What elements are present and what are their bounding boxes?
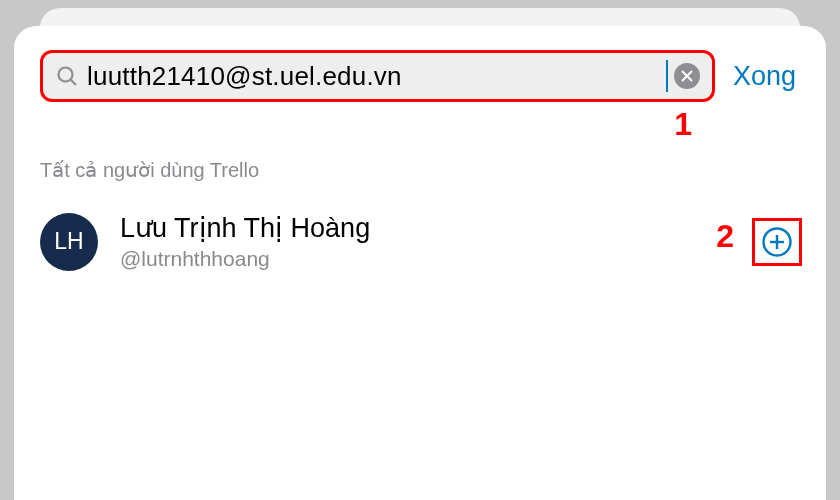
- text-cursor: [666, 60, 668, 92]
- done-button[interactable]: Xong: [733, 61, 800, 92]
- search-input[interactable]: [79, 61, 674, 92]
- user-info: Lưu Trịnh Thị Hoàng @lutrnhthhoang: [120, 212, 752, 271]
- annotation-marker-1: 1: [674, 106, 692, 143]
- close-icon: [681, 70, 693, 82]
- user-handle: @lutrnhthhoang: [120, 247, 752, 271]
- clear-search-button[interactable]: [674, 63, 700, 89]
- user-name: Lưu Trịnh Thị Hoàng: [120, 212, 752, 244]
- avatar: LH: [40, 213, 98, 271]
- add-button-highlight: [752, 218, 802, 266]
- add-user-button[interactable]: [761, 226, 793, 258]
- user-result-row: LH Lưu Trịnh Thị Hoàng @lutrnhthhoang 2: [40, 212, 800, 271]
- svg-line-1: [71, 80, 76, 85]
- search-row: Xong 1: [40, 50, 800, 102]
- plus-circle-icon: [761, 226, 793, 258]
- annotation-marker-2: 2: [716, 218, 734, 255]
- section-header: Tất cả người dùng Trello: [40, 158, 800, 182]
- search-icon: [55, 64, 79, 88]
- invite-modal: Xong 1 Tất cả người dùng Trello LH Lưu T…: [14, 26, 826, 500]
- search-box[interactable]: [40, 50, 715, 102]
- svg-point-0: [59, 68, 73, 82]
